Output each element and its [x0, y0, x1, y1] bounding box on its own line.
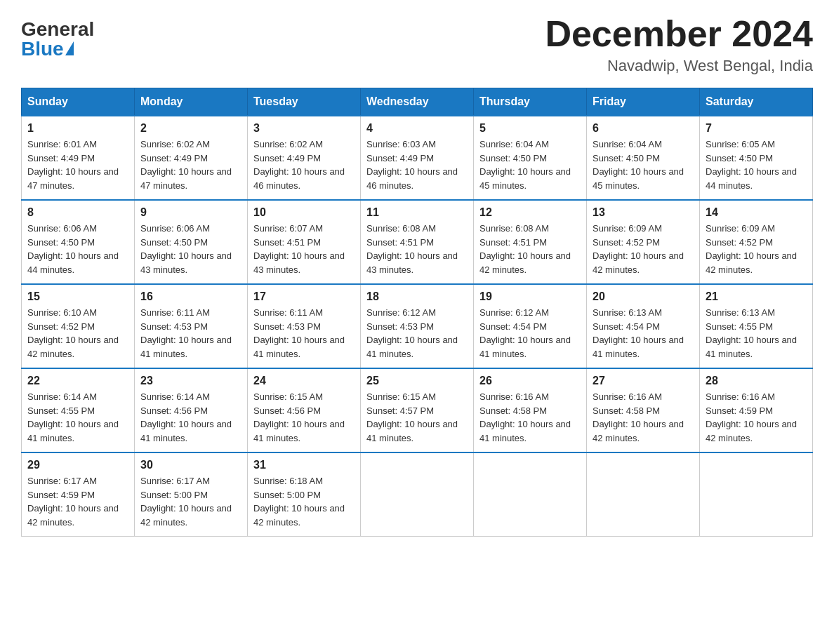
day-info: Sunrise: 6:05 AMSunset: 4:50 PMDaylight:… [706, 139, 797, 191]
page-header: General Blue December 2024 Navadwip, Wes… [21, 14, 813, 75]
calendar-day-cell: 19 Sunrise: 6:12 AMSunset: 4:54 PMDaylig… [474, 284, 587, 368]
calendar-day-cell: 31 Sunrise: 6:18 AMSunset: 5:00 PMDaylig… [248, 452, 361, 537]
day-info: Sunrise: 6:17 AMSunset: 4:59 PMDaylight:… [27, 476, 119, 528]
day-info: Sunrise: 6:17 AMSunset: 5:00 PMDaylight:… [140, 476, 232, 528]
calendar-day-cell: 5 Sunrise: 6:04 AMSunset: 4:50 PMDayligh… [474, 116, 587, 200]
calendar-day-cell [361, 452, 474, 537]
week-row-1: 1 Sunrise: 6:01 AMSunset: 4:49 PMDayligh… [22, 116, 813, 200]
day-number: 29 [27, 459, 128, 471]
week-row-4: 22 Sunrise: 6:14 AMSunset: 4:55 PMDaylig… [22, 368, 813, 452]
calendar-day-cell: 22 Sunrise: 6:14 AMSunset: 4:55 PMDaylig… [22, 368, 135, 452]
calendar-day-cell: 27 Sunrise: 6:16 AMSunset: 4:58 PMDaylig… [587, 368, 700, 452]
day-number: 5 [479, 122, 581, 135]
header-thursday: Thursday [474, 88, 587, 116]
calendar-day-cell: 29 Sunrise: 6:17 AMSunset: 4:59 PMDaylig… [22, 452, 135, 537]
calendar-day-cell: 6 Sunrise: 6:04 AMSunset: 4:50 PMDayligh… [587, 116, 700, 200]
day-info: Sunrise: 6:15 AMSunset: 4:57 PMDaylight:… [366, 391, 458, 443]
day-info: Sunrise: 6:02 AMSunset: 4:49 PMDaylight:… [253, 139, 345, 191]
logo-general-text: General [21, 20, 94, 39]
day-info: Sunrise: 6:11 AMSunset: 4:53 PMDaylight:… [253, 307, 345, 359]
calendar-day-cell: 15 Sunrise: 6:10 AMSunset: 4:52 PMDaylig… [22, 284, 135, 368]
day-info: Sunrise: 6:07 AMSunset: 4:51 PMDaylight:… [253, 223, 345, 275]
day-info: Sunrise: 6:06 AMSunset: 4:50 PMDaylight:… [27, 223, 119, 275]
day-number: 7 [706, 122, 807, 135]
calendar-day-cell: 7 Sunrise: 6:05 AMSunset: 4:50 PMDayligh… [700, 116, 813, 200]
calendar-day-cell [700, 452, 813, 537]
day-number: 25 [366, 375, 468, 387]
day-number: 20 [593, 290, 694, 303]
day-info: Sunrise: 6:12 AMSunset: 4:54 PMDaylight:… [479, 307, 571, 359]
day-info: Sunrise: 6:15 AMSunset: 4:56 PMDaylight:… [253, 391, 345, 443]
day-info: Sunrise: 6:09 AMSunset: 4:52 PMDaylight:… [706, 223, 797, 275]
day-number: 22 [27, 375, 128, 387]
day-number: 6 [593, 122, 694, 135]
day-info: Sunrise: 6:14 AMSunset: 4:56 PMDaylight:… [140, 391, 232, 443]
day-info: Sunrise: 6:03 AMSunset: 4:49 PMDaylight:… [366, 139, 458, 191]
day-info: Sunrise: 6:01 AMSunset: 4:49 PMDaylight:… [27, 139, 119, 191]
calendar-day-cell: 28 Sunrise: 6:16 AMSunset: 4:59 PMDaylig… [700, 368, 813, 452]
day-info: Sunrise: 6:12 AMSunset: 4:53 PMDaylight:… [366, 307, 458, 359]
calendar-day-cell: 21 Sunrise: 6:13 AMSunset: 4:55 PMDaylig… [700, 284, 813, 368]
day-number: 21 [706, 290, 807, 303]
header-monday: Monday [135, 88, 248, 116]
calendar-day-cell: 12 Sunrise: 6:08 AMSunset: 4:51 PMDaylig… [474, 200, 587, 284]
calendar-day-cell: 30 Sunrise: 6:17 AMSunset: 5:00 PMDaylig… [135, 452, 248, 537]
day-number: 4 [366, 122, 468, 135]
day-info: Sunrise: 6:06 AMSunset: 4:50 PMDaylight:… [140, 223, 232, 275]
day-number: 2 [140, 122, 241, 135]
day-number: 1 [27, 122, 128, 135]
day-info: Sunrise: 6:08 AMSunset: 4:51 PMDaylight:… [479, 223, 571, 275]
calendar-day-cell: 18 Sunrise: 6:12 AMSunset: 4:53 PMDaylig… [361, 284, 474, 368]
calendar-day-cell [587, 452, 700, 537]
day-number: 10 [253, 206, 355, 219]
day-info: Sunrise: 6:16 AMSunset: 4:59 PMDaylight:… [706, 391, 797, 443]
calendar-day-cell: 10 Sunrise: 6:07 AMSunset: 4:51 PMDaylig… [248, 200, 361, 284]
month-title: December 2024 [545, 14, 813, 54]
calendar-day-cell: 8 Sunrise: 6:06 AMSunset: 4:50 PMDayligh… [22, 200, 135, 284]
day-info: Sunrise: 6:02 AMSunset: 4:49 PMDaylight:… [140, 139, 232, 191]
day-number: 18 [366, 290, 468, 303]
calendar-day-cell: 3 Sunrise: 6:02 AMSunset: 4:49 PMDayligh… [248, 116, 361, 200]
header-sunday: Sunday [22, 88, 135, 116]
day-number: 28 [706, 375, 807, 387]
day-number: 26 [479, 375, 581, 387]
calendar-day-cell: 14 Sunrise: 6:09 AMSunset: 4:52 PMDaylig… [700, 200, 813, 284]
day-number: 9 [140, 206, 241, 219]
day-info: Sunrise: 6:13 AMSunset: 4:55 PMDaylight:… [706, 307, 797, 359]
day-number: 13 [593, 206, 694, 219]
day-number: 17 [253, 290, 355, 303]
day-number: 8 [27, 206, 128, 219]
title-area: December 2024 Navadwip, West Bengal, Ind… [545, 14, 813, 75]
week-row-5: 29 Sunrise: 6:17 AMSunset: 4:59 PMDaylig… [22, 452, 813, 537]
calendar-day-cell: 25 Sunrise: 6:15 AMSunset: 4:57 PMDaylig… [361, 368, 474, 452]
day-info: Sunrise: 6:13 AMSunset: 4:54 PMDaylight:… [593, 307, 684, 359]
week-row-2: 8 Sunrise: 6:06 AMSunset: 4:50 PMDayligh… [22, 200, 813, 284]
calendar-day-cell: 13 Sunrise: 6:09 AMSunset: 4:52 PMDaylig… [587, 200, 700, 284]
header-wednesday: Wednesday [361, 88, 474, 116]
calendar-day-cell: 9 Sunrise: 6:06 AMSunset: 4:50 PMDayligh… [135, 200, 248, 284]
day-info: Sunrise: 6:08 AMSunset: 4:51 PMDaylight:… [366, 223, 458, 275]
week-row-3: 15 Sunrise: 6:10 AMSunset: 4:52 PMDaylig… [22, 284, 813, 368]
calendar-table: Sunday Monday Tuesday Wednesday Thursday… [21, 88, 813, 537]
calendar-day-cell: 24 Sunrise: 6:15 AMSunset: 4:56 PMDaylig… [248, 368, 361, 452]
day-info: Sunrise: 6:09 AMSunset: 4:52 PMDaylight:… [593, 223, 684, 275]
logo-triangle-icon [65, 41, 74, 55]
day-info: Sunrise: 6:11 AMSunset: 4:53 PMDaylight:… [140, 307, 232, 359]
calendar-day-cell [474, 452, 587, 537]
calendar-header-row: Sunday Monday Tuesday Wednesday Thursday… [22, 88, 813, 116]
day-info: Sunrise: 6:14 AMSunset: 4:55 PMDaylight:… [27, 391, 119, 443]
day-info: Sunrise: 6:16 AMSunset: 4:58 PMDaylight:… [593, 391, 684, 443]
calendar-day-cell: 1 Sunrise: 6:01 AMSunset: 4:49 PMDayligh… [22, 116, 135, 200]
day-number: 16 [140, 290, 241, 303]
header-friday: Friday [587, 88, 700, 116]
header-tuesday: Tuesday [248, 88, 361, 116]
day-number: 14 [706, 206, 807, 219]
logo-blue-text: Blue [21, 39, 74, 59]
calendar-day-cell: 16 Sunrise: 6:11 AMSunset: 4:53 PMDaylig… [135, 284, 248, 368]
header-saturday: Saturday [700, 88, 813, 116]
calendar-day-cell: 2 Sunrise: 6:02 AMSunset: 4:49 PMDayligh… [135, 116, 248, 200]
day-number: 24 [253, 375, 355, 387]
day-number: 15 [27, 290, 128, 303]
day-number: 3 [253, 122, 355, 135]
logo: General Blue [21, 14, 94, 59]
